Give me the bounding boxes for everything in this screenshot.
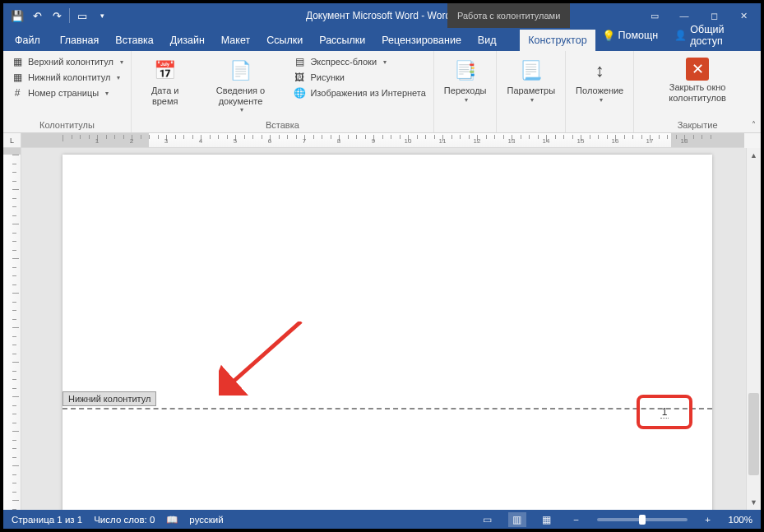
tab-layout[interactable]: Макет xyxy=(213,30,258,51)
read-mode-icon[interactable]: ▭ xyxy=(479,512,497,527)
ribbon: ▦Верхний колонтитул ▦Нижний колонтитул #… xyxy=(3,51,761,133)
group-label-close: Закрытие xyxy=(639,118,756,132)
title-bar: 💾 ↶ ↷ ▭ ▾ Документ Microsoft Word - Word… xyxy=(3,3,761,28)
group-options: 📃 Параметры xyxy=(497,51,566,132)
scroll-thumb[interactable] xyxy=(748,393,759,475)
document-page[interactable]: Нижний колонтитул 1 xyxy=(63,155,712,510)
goto-button[interactable]: 📑 Переходы xyxy=(439,54,492,118)
header-dropdown[interactable]: ▦Верхний колонтитул xyxy=(8,54,126,69)
page-number-dropdown[interactable]: #Номер страницы xyxy=(8,86,126,100)
tab-selector[interactable]: L xyxy=(3,133,21,148)
quick-access-toolbar: 💾 ↶ ↷ ▭ ▾ xyxy=(3,8,116,23)
page-number-value[interactable]: 1 xyxy=(660,406,669,419)
print-layout-icon[interactable]: ▥ xyxy=(508,512,526,527)
tab-design[interactable]: Дизайн xyxy=(162,30,213,51)
tab-references[interactable]: Ссылки xyxy=(258,30,311,51)
tab-insert[interactable]: Вставка xyxy=(107,30,161,51)
goto-icon: 📑 xyxy=(452,58,479,84)
document-area: Нижний колонтитул 1 ▲ ▼ xyxy=(3,148,761,510)
status-bar: Страница 1 из 1 Число слов: 0 📖 русский … xyxy=(3,510,761,529)
group-close: ✕ Закрыть окно колонтитулов Закрытие xyxy=(634,51,761,132)
options-icon: 📃 xyxy=(518,58,544,84)
footer-icon: ▦ xyxy=(11,71,24,84)
group-label-hf: Колонтитулы xyxy=(8,118,126,132)
collapse-ribbon-icon[interactable]: ˄ xyxy=(752,120,756,129)
quick-parts-dropdown[interactable]: ▤Экспресс-блоки xyxy=(290,54,428,69)
online-pic-icon: 🌐 xyxy=(293,86,306,99)
quickparts-icon: ▤ xyxy=(293,55,306,68)
zoom-in-icon[interactable]: + xyxy=(699,512,717,527)
lightbulb-icon: 💡 xyxy=(602,30,615,42)
doc-info-button[interactable]: 📄 Сведения о документе xyxy=(195,54,285,118)
vertical-scrollbar[interactable]: ▲ ▼ xyxy=(746,148,761,510)
proofing-icon[interactable]: 📖 xyxy=(166,514,178,525)
page-number-highlight: 1 xyxy=(637,395,692,429)
zoom-knob[interactable] xyxy=(639,515,646,525)
zoom-slider[interactable] xyxy=(597,518,688,521)
footer-tag-label[interactable]: Нижний колонтитул xyxy=(63,391,156,406)
tab-review[interactable]: Рецензирование xyxy=(373,30,470,51)
horizontal-ruler[interactable]: 123456789101112131415161718 xyxy=(21,133,744,148)
contextual-tool-label: Работа с колонтитулами xyxy=(447,3,570,28)
picture-icon: 🖼 xyxy=(293,71,306,84)
docinfo-icon: 📄 xyxy=(227,58,253,84)
save-icon[interactable]: 💾 xyxy=(10,8,25,23)
page-viewport[interactable]: Нижний колонтитул 1 xyxy=(21,148,746,510)
close-header-footer-button[interactable]: ✕ Закрыть окно колонтитулов xyxy=(639,54,756,118)
status-language[interactable]: русский xyxy=(189,515,223,525)
qat-divider xyxy=(69,8,70,23)
status-words[interactable]: Число слов: 0 xyxy=(94,515,155,525)
maximize-icon[interactable]: ◻ xyxy=(700,5,728,26)
pagenum-icon: # xyxy=(11,86,24,99)
header-icon: ▦ xyxy=(11,55,24,68)
close-hf-icon: ✕ xyxy=(686,58,709,81)
zoom-level[interactable]: 100% xyxy=(729,515,752,525)
ribbon-tabs: Файл Главная Вставка Дизайн Макет Ссылки… xyxy=(3,28,761,51)
tab-home[interactable]: Главная xyxy=(52,30,108,51)
tab-view[interactable]: Вид xyxy=(470,30,505,51)
date-time-button[interactable]: 📅 Дата и время xyxy=(137,54,194,118)
ribbon-display-icon[interactable]: ▭ xyxy=(641,5,669,26)
scroll-track[interactable] xyxy=(747,163,761,495)
options-button[interactable]: 📃 Параметры xyxy=(502,54,560,118)
minimize-icon[interactable]: — xyxy=(670,5,698,26)
vertical-ruler[interactable] xyxy=(3,148,21,510)
group-navigation: 📑 Переходы xyxy=(434,51,498,132)
status-page[interactable]: Страница 1 из 1 xyxy=(12,515,82,525)
group-insert: 📅 Дата и время 📄 Сведения о документе ▤Э… xyxy=(132,51,434,132)
position-button[interactable]: ↕ Положение xyxy=(571,54,628,118)
web-layout-icon[interactable]: ▦ xyxy=(538,512,556,527)
footer-separator xyxy=(63,408,712,409)
footer-dropdown[interactable]: ▦Нижний колонтитул xyxy=(8,70,126,85)
group-position: ↕ Положение xyxy=(566,51,634,132)
group-header-footer: ▦Верхний колонтитул ▦Нижний колонтитул #… xyxy=(3,51,132,132)
online-pictures-button[interactable]: 🌐Изображения из Интернета xyxy=(290,86,428,100)
annotation-arrow xyxy=(219,322,309,396)
redo-icon[interactable]: ↷ xyxy=(49,8,64,23)
group-label-insert: Вставка xyxy=(137,118,428,132)
calendar-icon: 📅 xyxy=(152,58,178,84)
qat-customize-icon[interactable]: ▾ xyxy=(95,8,109,23)
position-icon: ↕ xyxy=(586,58,613,84)
close-icon[interactable]: ✕ xyxy=(729,5,757,26)
share-icon: 👤 xyxy=(674,30,687,41)
scroll-down-icon[interactable]: ▼ xyxy=(747,495,761,510)
undo-icon[interactable]: ↶ xyxy=(30,8,44,23)
pictures-button[interactable]: 🖼Рисунки xyxy=(290,70,428,85)
tab-mailings[interactable]: Рассылки xyxy=(311,30,373,51)
zoom-out-icon[interactable]: − xyxy=(567,512,586,527)
scroll-up-icon[interactable]: ▲ xyxy=(747,148,761,163)
tab-file[interactable]: Файл xyxy=(3,30,52,51)
new-doc-icon[interactable]: ▭ xyxy=(75,8,90,23)
tab-constructor[interactable]: Конструктор xyxy=(520,30,595,51)
svg-line-0 xyxy=(229,322,301,386)
